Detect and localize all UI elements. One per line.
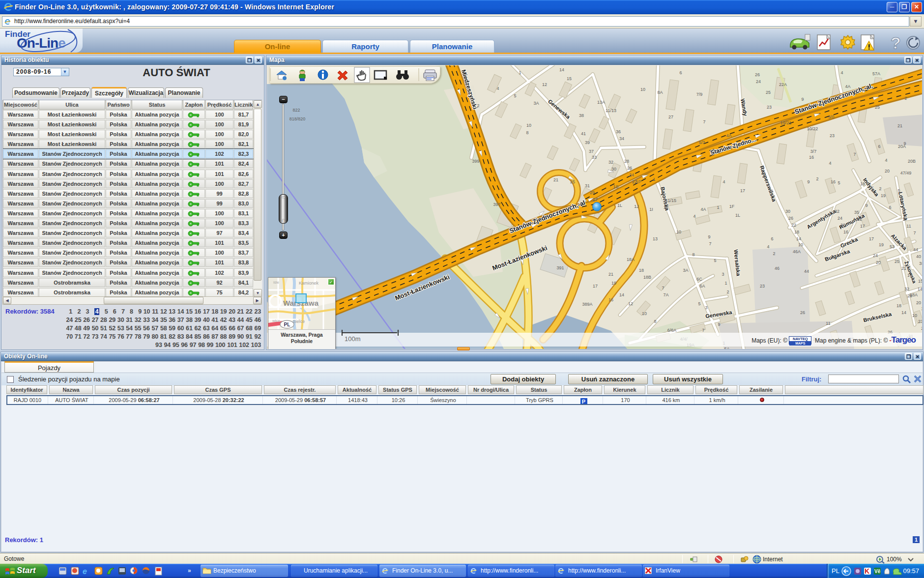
svg-text:18: 18: [860, 181, 865, 186]
svg-text:14: 14: [559, 67, 564, 72]
svg-text:5: 5: [897, 188, 900, 193]
svg-text:9: 9: [865, 203, 867, 208]
svg-text:399: 399: [472, 159, 479, 164]
svg-text:23: 23: [767, 105, 772, 110]
svg-text:17: 17: [593, 284, 598, 289]
svg-text:9: 9: [807, 179, 809, 184]
svg-text:23: 23: [760, 284, 765, 289]
svg-text:20: 20: [876, 260, 881, 265]
svg-text:8A: 8A: [657, 90, 663, 95]
svg-text:5/3: 5/3: [699, 140, 705, 145]
svg-text:8: 8: [654, 319, 656, 324]
svg-text:1I: 1I: [649, 207, 653, 212]
svg-text:4: 4: [829, 161, 831, 166]
svg-text:20: 20: [840, 223, 845, 228]
svg-text:4: 4: [722, 179, 725, 184]
svg-text:4: 4: [885, 158, 887, 163]
svg-text:2: 2: [773, 251, 775, 256]
svg-text:2: 2: [904, 96, 907, 101]
svg-text:40: 40: [916, 254, 921, 259]
svg-text:16: 16: [843, 230, 848, 234]
svg-text:21: 21: [608, 272, 613, 277]
svg-text:6A: 6A: [699, 284, 705, 289]
svg-text:24: 24: [837, 216, 842, 221]
svg-text:38: 38: [919, 261, 922, 266]
svg-text:21: 21: [897, 123, 902, 128]
svg-text:20: 20: [885, 169, 890, 173]
svg-text:1L: 1L: [617, 203, 622, 208]
svg-text:21: 21: [553, 177, 558, 182]
svg-text:9: 9: [708, 234, 710, 239]
svg-text:14C: 14C: [918, 287, 922, 291]
svg-text:18: 18: [896, 303, 901, 308]
svg-text:4: 4: [693, 214, 695, 219]
svg-text:5: 5: [837, 180, 840, 185]
svg-text:34: 34: [619, 136, 624, 141]
svg-text:53: 53: [890, 244, 895, 249]
svg-text:7: 7: [709, 241, 711, 246]
svg-text:26: 26: [755, 72, 760, 77]
svg-text:6: 6: [878, 144, 880, 149]
svg-text:20: 20: [916, 300, 921, 305]
svg-text:57A: 57A: [872, 71, 880, 76]
svg-text:44: 44: [913, 247, 918, 252]
svg-text:wice: wice: [272, 318, 281, 323]
svg-text:28: 28: [624, 159, 629, 164]
svg-text:10: 10: [912, 313, 917, 318]
svg-text:10/22: 10/22: [807, 126, 818, 131]
svg-text:7: 7: [853, 152, 856, 157]
svg-text:4: 4: [840, 70, 843, 75]
svg-text:18: 18: [794, 230, 799, 234]
svg-text:30: 30: [785, 209, 790, 214]
svg-text:e: e: [83, 567, 87, 576]
svg-text:13A: 13A: [597, 100, 605, 105]
svg-text:38: 38: [579, 113, 584, 118]
svg-text:Sielce: Sielce: [293, 319, 305, 324]
svg-text:1J: 1J: [634, 204, 639, 209]
svg-text:2: 2: [726, 289, 729, 294]
svg-text:3: 3: [705, 305, 707, 310]
svg-text:3/0: 3/0: [828, 115, 835, 119]
svg-text:7: 7: [913, 231, 916, 235]
svg-text:41: 41: [581, 131, 586, 136]
svg-text:1: 1: [724, 281, 727, 286]
svg-text:21: 21: [901, 266, 906, 271]
svg-text:7: 7: [702, 328, 704, 333]
svg-text:25: 25: [766, 90, 771, 95]
svg-text:Vẽ: Vẽ: [874, 569, 881, 574]
svg-text:1P: 1P: [635, 179, 641, 184]
svg-text:36: 36: [616, 129, 621, 134]
svg-text:6C: 6C: [696, 277, 702, 282]
svg-text:16: 16: [608, 297, 613, 302]
svg-text:27: 27: [668, 115, 673, 119]
svg-text:6: 6: [679, 70, 682, 75]
svg-text:31: 31: [585, 183, 590, 188]
svg-text:30: 30: [611, 167, 616, 172]
svg-text:28: 28: [907, 293, 912, 298]
svg-text:15: 15: [567, 76, 572, 81]
svg-text:3A: 3A: [533, 101, 539, 106]
svg-text:9: 9: [903, 141, 906, 146]
svg-text:3: 3: [900, 195, 903, 200]
svg-text:3A: 3A: [683, 268, 688, 273]
svg-text:1L: 1L: [735, 213, 740, 218]
svg-text:3/7: 3/7: [810, 149, 817, 154]
svg-text:9: 9: [801, 97, 804, 102]
svg-text:11: 11: [906, 224, 911, 229]
svg-text:389A: 389A: [582, 302, 592, 307]
svg-text:26: 26: [627, 166, 632, 171]
svg-text:4: 4: [767, 244, 769, 249]
svg-text:17: 17: [860, 224, 865, 229]
svg-text:25: 25: [570, 179, 575, 184]
svg-text:1S: 1S: [613, 184, 618, 189]
svg-text:100%: 100%: [887, 556, 902, 563]
svg-text:3: 3: [722, 272, 724, 277]
svg-text:Kamionek: Kamionek: [299, 281, 319, 286]
svg-text:46A: 46A: [793, 249, 801, 254]
svg-text:20B: 20B: [908, 159, 916, 164]
svg-text:32: 32: [835, 209, 839, 214]
svg-text:26: 26: [800, 310, 805, 315]
svg-text:32: 32: [904, 287, 909, 291]
svg-text:23: 23: [830, 133, 835, 138]
svg-text:23: 23: [918, 319, 922, 324]
